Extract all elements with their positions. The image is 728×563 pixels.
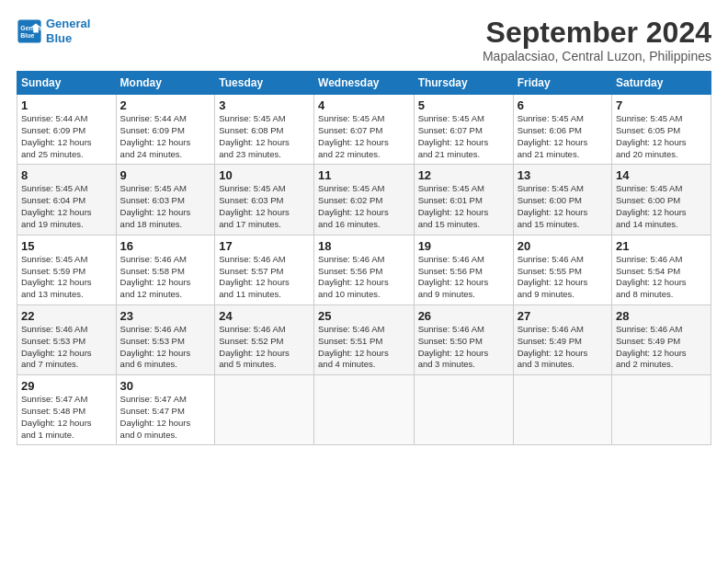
logo-icon: General Blue [17,18,42,44]
col-thursday: Thursday [414,72,513,95]
col-wednesday: Wednesday [314,72,415,95]
table-row: 11Sunrise: 5:45 AMSunset: 6:02 PMDayligh… [314,165,415,235]
col-tuesday: Tuesday [215,72,314,95]
title-block: September 2024 Mapalacsiao, Central Luzo… [483,17,711,63]
table-row: 13Sunrise: 5:45 AMSunset: 6:00 PMDayligh… [513,165,611,235]
logo-line1: General [46,17,90,30]
svg-text:General: General [20,24,42,30]
table-row: 17Sunrise: 5:46 AMSunset: 5:57 PMDayligh… [215,235,314,304]
table-row: 5Sunrise: 5:45 AMSunset: 6:07 PMDaylight… [414,95,513,165]
col-sunday: Sunday [17,72,117,95]
col-friday: Friday [513,72,611,95]
table-row [215,375,314,445]
svg-text:Blue: Blue [20,32,34,39]
calendar-table: Sunday Monday Tuesday Wednesday Thursday… [17,71,711,445]
table-row: 27Sunrise: 5:46 AMSunset: 5:49 PMDayligh… [513,304,611,374]
table-row: 9Sunrise: 5:45 AMSunset: 6:03 PMDaylight… [116,165,215,235]
table-row [612,375,711,445]
page-header: General Blue General Blue September 2024… [17,17,711,63]
calendar-header-row: Sunday Monday Tuesday Wednesday Thursday… [17,72,711,95]
table-row: 30Sunrise: 5:47 AMSunset: 5:47 PMDayligh… [116,375,215,445]
table-row: 12Sunrise: 5:45 AMSunset: 6:01 PMDayligh… [414,165,513,235]
table-row: 4Sunrise: 5:45 AMSunset: 6:07 PMDaylight… [314,95,415,165]
table-row: 18Sunrise: 5:46 AMSunset: 5:56 PMDayligh… [314,235,415,304]
table-row: 7Sunrise: 5:45 AMSunset: 6:05 PMDaylight… [612,95,711,165]
table-row: 21Sunrise: 5:46 AMSunset: 5:54 PMDayligh… [612,235,711,304]
month-title: September 2024 [483,17,711,49]
table-row: 20Sunrise: 5:46 AMSunset: 5:55 PMDayligh… [513,235,611,304]
table-row: 25Sunrise: 5:46 AMSunset: 5:51 PMDayligh… [314,304,415,374]
table-row: 26Sunrise: 5:46 AMSunset: 5:50 PMDayligh… [414,304,513,374]
table-row [414,375,513,445]
table-row: 10Sunrise: 5:45 AMSunset: 6:03 PMDayligh… [215,165,314,235]
logo: General Blue General Blue [17,17,90,45]
page-container: General Blue General Blue September 2024… [0,0,728,454]
table-row: 8Sunrise: 5:45 AMSunset: 6:04 PMDaylight… [17,165,117,235]
location-subtitle: Mapalacsiao, Central Luzon, Philippines [483,49,711,63]
table-row: 22Sunrise: 5:46 AMSunset: 5:53 PMDayligh… [17,304,117,374]
table-row: 1Sunrise: 5:44 AMSunset: 6:09 PMDaylight… [17,95,117,165]
table-row: 29Sunrise: 5:47 AMSunset: 5:48 PMDayligh… [17,375,117,445]
table-row: 6Sunrise: 5:45 AMSunset: 6:06 PMDaylight… [513,95,611,165]
table-row: 24Sunrise: 5:46 AMSunset: 5:52 PMDayligh… [215,304,314,374]
table-row: 3Sunrise: 5:45 AMSunset: 6:08 PMDaylight… [215,95,314,165]
table-row: 23Sunrise: 5:46 AMSunset: 5:53 PMDayligh… [116,304,215,374]
col-monday: Monday [116,72,215,95]
table-row: 2Sunrise: 5:44 AMSunset: 6:09 PMDaylight… [116,95,215,165]
table-row [513,375,611,445]
logo-line2: Blue [46,31,72,45]
table-row: 14Sunrise: 5:45 AMSunset: 6:00 PMDayligh… [612,165,711,235]
table-row: 15Sunrise: 5:45 AMSunset: 5:59 PMDayligh… [17,235,117,304]
col-saturday: Saturday [612,72,711,95]
table-row: 16Sunrise: 5:46 AMSunset: 5:58 PMDayligh… [116,235,215,304]
table-row: 28Sunrise: 5:46 AMSunset: 5:49 PMDayligh… [612,304,711,374]
table-row [314,375,415,445]
table-row: 19Sunrise: 5:46 AMSunset: 5:56 PMDayligh… [414,235,513,304]
